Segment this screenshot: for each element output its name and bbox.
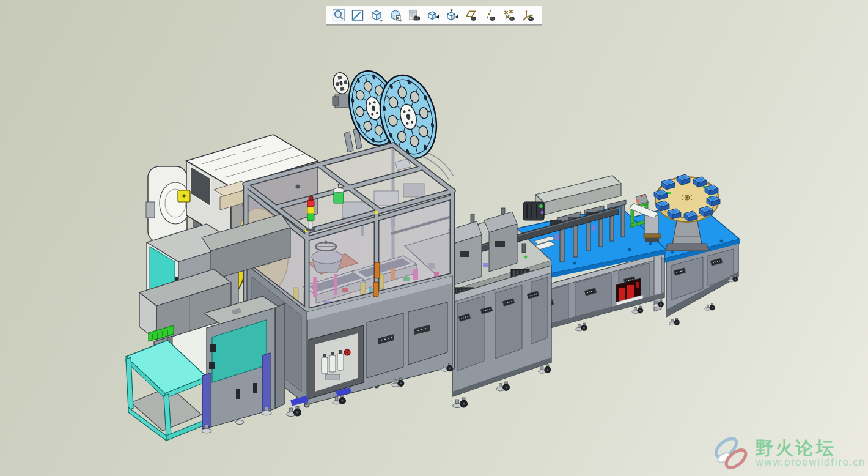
axis-eye-icon (484, 9, 497, 22)
zoom-in-button[interactable] (329, 7, 347, 24)
magnifier-icon (332, 9, 345, 22)
view-manager-button[interactable] (405, 7, 423, 24)
cube-arrow-icon (427, 9, 440, 22)
plane-eye-icon (465, 9, 478, 22)
csys-eye-icon (521, 9, 535, 22)
tape-guide-disc (331, 71, 351, 95)
view-manager-icon (408, 9, 421, 22)
application-window: 野火论坛 www.proewildfire.cn (0, 0, 868, 476)
door-handle[interactable] (373, 282, 378, 297)
graphics-toolbar (326, 6, 542, 25)
forum-title: 野火论坛 (756, 439, 866, 457)
saved-orientations-button[interactable] (367, 7, 385, 24)
cube-arrows-icon (446, 9, 459, 22)
datum-axis-display-button[interactable] (481, 7, 499, 24)
csys-display-button[interactable] (519, 7, 537, 24)
forum-url: www.proewildfire.cn (756, 458, 866, 468)
door-handle[interactable] (375, 262, 380, 278)
datum-plane-display-button[interactable] (462, 7, 480, 24)
teal-door-cabinet[interactable] (202, 296, 285, 433)
forum-logo-icon (712, 434, 752, 472)
zoom-view-button[interactable] (424, 7, 442, 24)
orientation-cube-icon (370, 9, 383, 22)
repaint-button[interactable] (348, 7, 366, 24)
display-style-button[interactable] (386, 7, 404, 24)
refit-button[interactable] (443, 7, 461, 24)
display-style-icon (389, 9, 402, 22)
datum-point-display-button[interactable] (500, 7, 518, 24)
cad-3d-viewport[interactable] (0, 0, 868, 476)
points-eye-icon (502, 9, 516, 22)
forum-watermark: 野火论坛 www.proewildfire.cn (712, 434, 866, 472)
drive-motor (523, 202, 544, 220)
repaint-icon (351, 9, 364, 22)
